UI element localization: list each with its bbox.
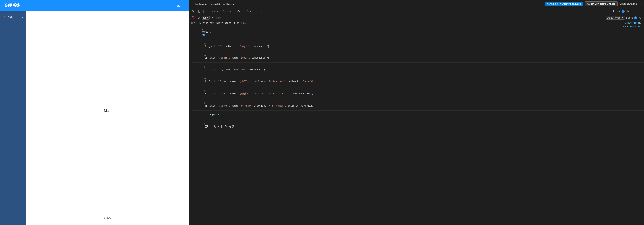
console-line-4: ▶ 4: {path: '/home', name: '数据分析', iconC… [192,86,644,98]
hmr-source[interactable]: log.js?1afd:24 [625,22,642,24]
item5-toggle[interactable]: ▶ [204,102,206,104]
issues-badge: 1 Issue: 1 [613,10,624,13]
console-line-hmr: [HMR] Waiting for update signal from WDS… [189,22,644,25]
sidebar-item-nav1[interactable]: 📍 导航一 ▾ [0,13,26,22]
tab-elements[interactable]: Elements [205,8,220,14]
console-prompt-icon: > [191,132,192,134]
nav-pin-icon: 📍 [3,16,6,19]
console-toolbar: 🚫 ⊙ top ▾ 👁 Default levels ▼ 1 issue: 1 … [189,15,644,21]
devtools-more-button[interactable]: ⋮ [631,9,636,14]
console-preserve-button[interactable]: ⊙ [196,16,201,20]
array-item-1: ▶ 1: {path: '/login', name: 'Login', com… [194,51,642,62]
console-line-5: ▶ 5: {path: '/users', name: '用户中心', icon… [192,98,644,111]
devtools-settings-button[interactable]: ⚙ [625,9,630,14]
issues-label: 1 Issue: [613,10,621,13]
console-output: [HMR] Waiting for update signal from WDS… [189,21,644,225]
item1-toggle[interactable]: ▶ [204,54,206,57]
console-clear-button[interactable]: 🚫 [191,16,195,20]
sidebar-item-label: 导航一 [7,16,20,19]
app-header: 管理系统 admin [0,0,189,11]
switch-chinese-button[interactable]: Switch DevTools to Chinese [585,2,618,6]
devtools-close-button[interactable]: ✕ [637,9,642,14]
console-line-3: ▶ 3: {path: '/home', name: '学生管理', iconC… [192,74,644,86]
devtools-panel: ℹ DevTools is now available in Chinese! … [189,0,644,225]
console-settings-button[interactable]: ⚙ [638,16,642,20]
default-levels-selector[interactable]: Default levels ▼ [606,16,624,20]
inspect-element-button[interactable] [191,9,196,14]
sidebar: 📍 导航一 ▾ [0,11,26,225]
proto-toggle[interactable]: ▶ [204,122,206,125]
array-item-2: ▶ 2: {path: '*', name: 'NotFound', compo… [194,63,642,74]
console-line-0: ▶ 0: {path: '/', redirect: '/login', com… [192,39,644,51]
array-item-0: ▶ 0: {path: '/', redirect: '/login', com… [194,40,642,50]
match-language-button[interactable]: Always match Chrome's language [545,2,583,6]
main-area: Main [26,11,189,210]
tab-separator [204,10,204,13]
issues-count: 1 [622,10,624,13]
app-panel: 管理系统 admin 📍 导航一 ▾ Main Shaka [0,0,189,225]
array-toggle-icon[interactable]: ▼ [202,28,203,31]
console-line-array-header: ▼ Array(6) i Menu.vue?ae1e:27 [189,25,644,39]
tab-sources[interactable]: Sources [244,8,258,14]
notification-text: DevTools is now available in Chinese! [194,2,543,6]
dont-show-button[interactable]: Don't show again [620,2,637,5]
console-filter-input[interactable] [216,16,605,19]
footer-text: Shaka [104,216,112,219]
array-header-text: ▼ Array(6) i [191,26,621,39]
app-title: 管理系统 [4,3,20,8]
array-proto: ▶ [[Prototype]]: Array(0) [194,120,642,130]
issues-mini-count: 1 [634,16,637,19]
top-context-selector[interactable]: top ▾ [202,16,210,20]
array-info-badge: i [202,34,205,36]
app-body: 📍 导航一 ▾ Main Shaka [0,11,189,225]
admin-label: admin [177,4,185,7]
array-label: Array(6) [202,31,212,34]
array-length: length: 6 [197,111,642,119]
console-line-2: ▶ 2: {path: '*', name: 'NotFound', compo… [192,62,644,74]
devtools-notification: ℹ DevTools is now available in Chinese! … [189,0,644,8]
main-text: Main [104,109,111,113]
item2-toggle[interactable]: ▶ [204,66,206,68]
svg-rect-0 [199,10,200,12]
tab-more[interactable]: » [258,8,264,14]
main-content: Main Shaka [26,11,189,225]
notification-close-icon[interactable]: ✕ [639,2,642,6]
top-label: top [203,16,206,19]
device-toolbar-button[interactable] [197,9,202,14]
array-item-3: ▶ 3: {path: '/home', name: '学生管理', iconC… [194,74,642,86]
sidebar-arrow-icon: ▾ [22,16,23,19]
hmr-text: [HMR] Waiting for update signal from WDS… [191,22,624,24]
tab-console[interactable]: Console [220,8,234,14]
info-icon: ℹ [192,2,193,6]
array-source[interactable]: Menu.vue?ae1e:27 [623,26,642,28]
console-eye-button[interactable]: 👁 [211,16,215,20]
item0-toggle[interactable]: ▶ [204,42,206,45]
array-item-5: ▶ 5: {path: '/users', name: '用户中心', icon… [194,99,642,110]
item3-toggle[interactable]: ▶ [204,77,206,80]
issues-mini-label: 1 issue: [626,16,634,19]
console-prompt-line[interactable]: > [189,131,644,135]
top-dropdown-icon: ▾ [207,16,208,19]
console-line-length: length: 6 [195,111,644,120]
array-item-4: ▶ 4: {path: '/home', name: '数据分析', iconC… [194,87,642,98]
console-line-proto: ▶ [[Prototype]]: Array(0) [192,120,644,131]
console-line-1: ▶ 1: {path: '/login', name: 'Login', com… [192,51,644,62]
tab-vue[interactable]: Vue [235,8,244,14]
devtools-toolbar: Elements Console Vue Sources » 1 Issue: … [189,8,644,15]
footer-area: Shaka [26,210,189,225]
issues-mini-badge: 1 issue: 1 [626,16,637,19]
item4-toggle[interactable]: ▶ [204,90,206,92]
